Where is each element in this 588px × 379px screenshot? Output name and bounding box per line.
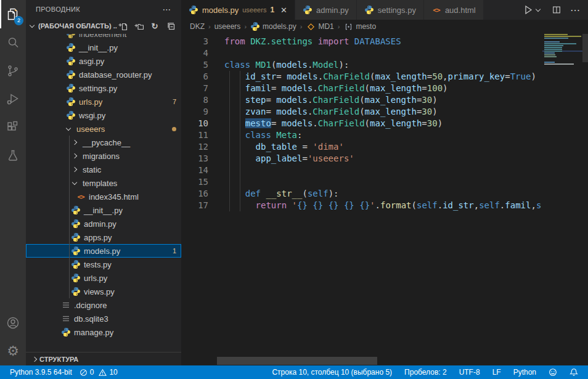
error-count: 0 — [90, 368, 94, 377]
python-icon — [189, 5, 198, 15]
chevron-right-icon — [32, 356, 37, 361]
line-number: 12 — [181, 141, 208, 153]
testing-icon[interactable] — [0, 142, 26, 170]
run-debug-icon[interactable] — [0, 85, 26, 113]
python-icon — [71, 287, 81, 296]
tree-item-db-sqlite3[interactable]: db.sqlite3 — [26, 312, 181, 325]
tree-item-tests-py[interactable]: tests.py — [26, 258, 181, 271]
tree-item-apps-py[interactable]: apps.py — [26, 230, 181, 244]
warning-icon — [99, 369, 107, 377]
tree-item-templates[interactable]: templates — [26, 176, 181, 190]
vertical-scrollbar[interactable] — [582, 34, 588, 62]
source-control-icon[interactable] — [0, 57, 26, 85]
code-line-14: 14 — [181, 165, 542, 176]
run-dropdown-icon[interactable] — [536, 6, 541, 11]
tree-item-database-roouter-py[interactable]: database_roouter.py — [26, 68, 181, 81]
indent-guide — [240, 71, 240, 211]
file-tree: indexelement__init__.pyasgi.pydatabase_r… — [26, 34, 181, 352]
search-icon[interactable] — [0, 28, 26, 57]
language-mode-status[interactable]: Python — [510, 368, 540, 377]
python-icon — [71, 205, 81, 215]
editor-more-icon[interactable]: ⋯ — [570, 4, 581, 16]
breadcrumb-item-useeers[interactable]: useeers — [214, 22, 241, 31]
code-editor[interactable]: 3from DKZ.settings import DATABASES45cla… — [181, 33, 542, 365]
tab-settings-py[interactable]: settings.py — [357, 0, 424, 20]
explorer-more-icon[interactable]: ⋯ — [163, 4, 171, 14]
html-icon: <> — [76, 192, 86, 202]
indent-guide — [229, 71, 230, 211]
settings-gear-icon[interactable]: ⚙ — [0, 337, 26, 365]
new-file-icon[interactable] — [117, 20, 128, 31]
breadcrumb: DKZ›useeers›models.py›MD1›mesto — [181, 20, 588, 33]
tab-bar: models.pyuseeers1✕admin.pysettings.py<>a… — [181, 0, 588, 20]
tree-item-asgi-py[interactable]: asgi.py — [26, 54, 181, 68]
tree-item-urls-py[interactable]: urls.py — [26, 271, 181, 285]
notifications-bell-icon[interactable] — [566, 368, 582, 377]
line-number: 17 — [181, 200, 208, 211]
tree-item-urls-py[interactable]: urls.py7 — [26, 95, 181, 108]
git-badge: 1 — [173, 247, 176, 255]
eol-status[interactable]: LF — [489, 368, 505, 377]
code-line-7: 7 famil= models.CharField(max_length=100… — [181, 83, 542, 94]
python-icon — [66, 110, 76, 120]
run-button[interactable] — [523, 4, 543, 15]
tree-item--init-py[interactable]: __init__.py — [26, 203, 181, 217]
tree-item-settings-py[interactable]: settings.py — [26, 81, 181, 95]
breadcrumb-item-models-py[interactable]: models.py — [250, 22, 296, 31]
tab-models-py[interactable]: models.pyuseeers1✕ — [181, 0, 295, 20]
class-icon — [306, 22, 316, 31]
close-icon[interactable]: ✕ — [280, 6, 287, 15]
tree-item-static[interactable]: static — [26, 163, 181, 176]
indentation-status[interactable]: Пробелов: 2 — [401, 368, 451, 377]
workspace-section-header[interactable]: (РАБОЧАЯ ОБЛАСТЬ) ... ↻ — [26, 18, 181, 33]
horizontal-scrollbar[interactable] — [217, 357, 377, 365]
feedback-icon[interactable] — [545, 368, 561, 377]
collapse-all-icon[interactable] — [165, 20, 176, 31]
problems-status[interactable]: 0 10 — [76, 368, 121, 377]
tree-item-useeers[interactable]: useeers — [26, 122, 181, 136]
extensions-icon[interactable] — [0, 113, 26, 142]
minimap[interactable] — [542, 34, 582, 65]
encoding-status[interactable]: UTF-8 — [455, 368, 484, 377]
tab-admin-py[interactable]: admin.py — [295, 0, 357, 20]
line-number: 10 — [181, 118, 208, 129]
code-line-6: 6 id_str= models.CharField(max_length=50… — [181, 71, 542, 83]
cursor-position-status[interactable]: Строка 10, столбец 10 (выбрано 5) — [268, 368, 396, 377]
tree-item--dcignore[interactable]: .dcignore — [26, 298, 181, 312]
tree-item-models-py[interactable]: models.py1 — [26, 244, 181, 258]
outline-section-header[interactable]: СТРУКТУРА — [26, 352, 181, 365]
python-icon — [66, 83, 76, 93]
split-editor-icon[interactable] — [552, 5, 561, 15]
modified-dot-icon — [172, 127, 176, 131]
line-number: 14 — [181, 165, 208, 176]
file-icon — [61, 300, 71, 310]
breadcrumb-item-mesto[interactable]: mesto — [343, 22, 376, 31]
activity-bar: 2 — [0, 0, 26, 365]
breadcrumb-separator: › — [208, 23, 211, 30]
tree-item--init-py[interactable]: __init__.py — [26, 41, 181, 54]
tab-aud-html[interactable]: <>aud.html — [424, 0, 484, 20]
tree-item-views-py[interactable]: views.py — [26, 285, 181, 298]
tree-item-indexelement[interactable]: indexelement — [26, 34, 181, 41]
tree-item-migrations[interactable]: migrations — [26, 149, 181, 163]
tree-item-admin-py[interactable]: admin.py — [26, 217, 181, 230]
account-icon[interactable] — [0, 309, 26, 337]
python-icon — [66, 43, 76, 52]
breadcrumb-item-md1[interactable]: MD1 — [306, 22, 333, 31]
chevron-right-icon — [72, 167, 77, 172]
chevron-down-icon — [66, 125, 71, 130]
explorer-icon[interactable]: 2 — [0, 0, 26, 28]
breadcrumb-item-dkz[interactable]: DKZ — [190, 22, 205, 31]
refresh-icon[interactable]: ↻ — [149, 20, 160, 31]
tree-item-wsgi-py[interactable]: wsgi.py — [26, 108, 181, 122]
new-folder-icon[interactable] — [133, 20, 144, 31]
python-icon — [66, 34, 76, 39]
python-version-status[interactable]: Python 3.9.5 64-bit — [6, 368, 76, 377]
tree-item-index345-html[interactable]: <>index345.html — [26, 190, 181, 203]
tree-item-manage-py[interactable]: manage.py — [26, 325, 181, 339]
chevron-down-icon — [72, 179, 77, 184]
code-line-3: 3from DKZ.settings import DATABASES — [181, 36, 542, 47]
tree-item--pycache-[interactable]: __pycache__ — [26, 136, 181, 149]
line-number: 5 — [181, 59, 208, 71]
code-line-13: 13 app_label='useeers' — [181, 153, 542, 165]
